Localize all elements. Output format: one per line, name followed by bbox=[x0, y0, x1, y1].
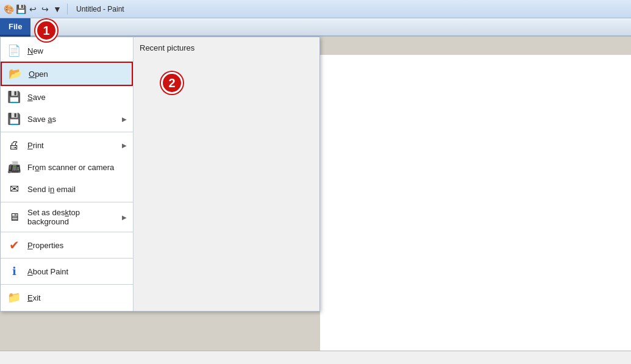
new-icon: 📄 bbox=[7, 43, 21, 58]
menu-label-exit: Exit bbox=[27, 293, 127, 302]
menu-item-properties[interactable]: ✔ Properties bbox=[1, 234, 133, 256]
menu-item-exit[interactable]: 📁 Exit bbox=[1, 287, 133, 309]
desktop-icon: 🖥 bbox=[7, 210, 21, 224]
menu-item-print[interactable]: 🖨 Print ▶ bbox=[1, 134, 133, 156]
menu-item-save[interactable]: 💾 Save bbox=[1, 86, 133, 108]
sep-5 bbox=[1, 284, 133, 285]
menu-label-print: Print bbox=[27, 141, 116, 150]
open-icon: 📂 bbox=[8, 66, 23, 81]
title-bar: 🎨 💾 ↩ ↪ ▼ Untitled - Paint bbox=[0, 0, 631, 18]
menu-label-saveas: Save as bbox=[27, 115, 116, 124]
sep-1 bbox=[1, 132, 133, 132]
menu-label-about: About Paint bbox=[27, 267, 127, 276]
file-button[interactable]: File bbox=[0, 18, 30, 37]
menu-item-scanner[interactable]: 📠 From scanner or camera bbox=[1, 156, 133, 178]
menu-label-desktop: Set as desktop background bbox=[27, 208, 116, 226]
canvas-area bbox=[320, 55, 631, 351]
menu-label-email: Send in email bbox=[27, 185, 127, 194]
properties-icon: ✔ bbox=[7, 238, 21, 252]
exit-icon: 📁 bbox=[7, 290, 21, 305]
desktop-arrow: ▶ bbox=[122, 214, 127, 221]
menu-label-new: New bbox=[27, 46, 127, 55]
menu-list: 📄 New 📂 Open 💾 Save 💾 Save as ▶ bbox=[1, 37, 134, 311]
email-icon: ✉ bbox=[7, 182, 21, 196]
file-dropdown: 📄 New 📂 Open 💾 Save 💾 Save as ▶ bbox=[0, 37, 320, 312]
save-qat-button[interactable]: 💾 bbox=[16, 4, 26, 14]
save-icon: 💾 bbox=[7, 90, 21, 104]
menu-item-email[interactable]: ✉ Send in email bbox=[1, 178, 133, 200]
toolbar-divider bbox=[67, 4, 68, 15]
recent-title: Recent pictures bbox=[140, 43, 313, 52]
redo-button[interactable]: ↪ bbox=[40, 4, 50, 14]
about-icon: ℹ bbox=[7, 264, 21, 279]
quick-access-toolbar[interactable]: 🎨 💾 ↩ ↪ ▼ bbox=[4, 4, 70, 15]
saveas-icon: 💾 bbox=[7, 112, 21, 126]
menu-label-properties: Properties bbox=[27, 241, 127, 250]
menu-label-save: Save bbox=[27, 93, 127, 102]
menu-label-open: Open bbox=[29, 70, 126, 79]
file-menu-overlay: File 📄 New 📂 Open 💾 Save 💾 Save as bbox=[0, 18, 320, 312]
menu-item-new[interactable]: 📄 New bbox=[1, 40, 133, 62]
undo-button[interactable]: ↩ bbox=[28, 4, 38, 14]
status-bar bbox=[0, 351, 631, 364]
sep-4 bbox=[1, 258, 133, 259]
menu-item-about[interactable]: ℹ About Paint bbox=[1, 260, 133, 282]
sep-3 bbox=[1, 232, 133, 232]
badge-2: 2 bbox=[161, 72, 183, 94]
saveas-arrow: ▶ bbox=[122, 116, 127, 123]
paint-icon: 🎨 bbox=[4, 4, 13, 14]
menu-item-open[interactable]: 📂 Open bbox=[1, 62, 133, 86]
menu-item-saveas[interactable]: 💾 Save as ▶ bbox=[1, 108, 133, 130]
menu-item-desktop[interactable]: 🖥 Set as desktop background ▶ bbox=[1, 204, 133, 230]
menu-label-scanner: From scanner or camera bbox=[27, 163, 127, 172]
paint-canvas[interactable] bbox=[320, 55, 631, 351]
badge-1: 1 bbox=[35, 20, 57, 41]
scanner-icon: 📠 bbox=[7, 160, 21, 174]
print-arrow: ▶ bbox=[122, 142, 127, 149]
sep-2 bbox=[1, 202, 133, 202]
customize-button[interactable]: ▼ bbox=[52, 4, 62, 14]
window-title: Untitled - Paint bbox=[76, 5, 124, 13]
print-icon: 🖨 bbox=[7, 138, 21, 152]
